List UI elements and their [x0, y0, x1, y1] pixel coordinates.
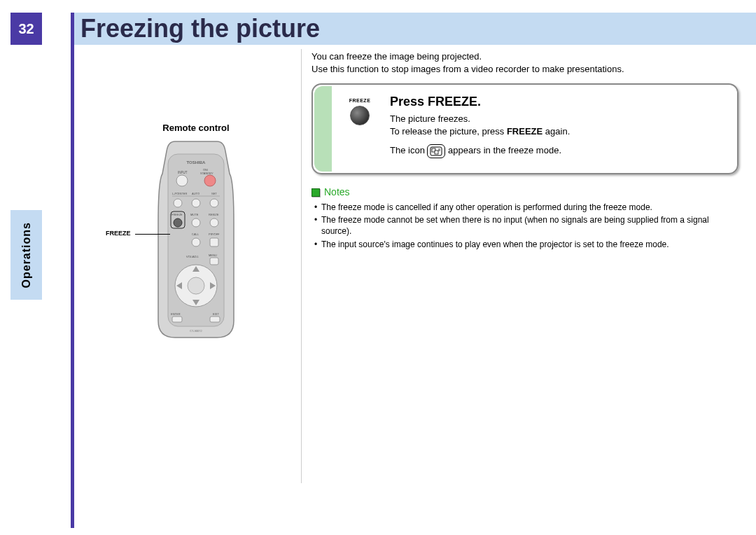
- svg-rect-32: [172, 317, 182, 322]
- svg-rect-33: [210, 317, 220, 322]
- intro-text: You can freeze the image being projected…: [312, 50, 738, 75]
- svg-rect-37: [435, 151, 438, 154]
- instruction-accent: [314, 86, 332, 172]
- note-item: The freeze mode is cancelled if any othe…: [314, 202, 738, 213]
- svg-rect-24: [210, 238, 218, 246]
- svg-point-13: [210, 199, 218, 207]
- instruction-line: The picture freezes.: [390, 113, 727, 125]
- svg-point-23: [192, 238, 200, 246]
- svg-text:AUTO: AUTO: [192, 192, 200, 195]
- remote-control-label: Remote control: [102, 123, 290, 133]
- page-number: 32: [10, 13, 42, 45]
- notes-title: Notes: [324, 186, 350, 199]
- right-column: You can freeze the image being projected…: [312, 50, 738, 251]
- freeze-key-label: FREEZE: [346, 97, 373, 104]
- svg-text:MUTE: MUTE: [190, 213, 199, 216]
- svg-point-12: [192, 199, 200, 207]
- column-divider: [301, 49, 302, 483]
- svg-text:TOSHIBA: TOSHIBA: [187, 160, 206, 165]
- svg-rect-26: [210, 258, 218, 265]
- svg-text:RESIZE: RESIZE: [209, 213, 219, 216]
- svg-point-19: [210, 218, 218, 227]
- intro-line: Use this function to stop images from a …: [312, 63, 738, 76]
- notes-bullet-icon: [312, 188, 320, 197]
- svg-point-17: [174, 218, 182, 227]
- left-vertical-rule: [71, 45, 74, 528]
- svg-text:PIP/OFF: PIP/OFF: [209, 232, 220, 236]
- intro-line: You can freeze the image being projected…: [312, 50, 738, 63]
- svg-text:CALL: CALL: [192, 232, 200, 236]
- svg-point-11: [174, 199, 182, 207]
- header-spacer: [42, 13, 74, 45]
- freeze-callout-label: FREEZE: [106, 230, 131, 237]
- svg-text:ENTER: ENTER: [171, 312, 181, 316]
- svg-text:VOL/ADJ.: VOL/ADJ.: [186, 255, 199, 258]
- svg-point-3: [176, 175, 188, 186]
- header-purple-strip: [71, 13, 74, 45]
- note-item: The freeze mode cannot be set when there…: [314, 214, 738, 237]
- instruction-line: To release the picture, press FREEZE aga…: [390, 125, 727, 138]
- svg-text:SET: SET: [211, 192, 217, 195]
- svg-point-29: [188, 277, 204, 294]
- notes-list: The freeze mode is cancelled if any othe…: [314, 202, 738, 250]
- instruction-icon-line: The icon appears in the freeze mode.: [390, 144, 727, 158]
- svg-point-18: [192, 218, 200, 227]
- section-tab: Operations: [10, 210, 42, 300]
- svg-point-6: [204, 175, 216, 186]
- section-tab-label: Operations: [20, 222, 33, 288]
- instruction-box: FREEZE Press FREEZE. The picture freezes…: [312, 83, 738, 174]
- svg-text:STANDBY: STANDBY: [200, 172, 214, 175]
- svg-text:L-POINTER: L-POINTER: [172, 192, 187, 195]
- svg-text:MENU: MENU: [209, 253, 217, 257]
- left-column: Remote control FREEZE TOSHIBA INPUT ON/ …: [102, 123, 290, 342]
- page-title: Freezing the picture: [80, 13, 320, 45]
- notes-header: Notes: [312, 186, 738, 199]
- freeze-mode-icon: [427, 144, 445, 158]
- freeze-callout-line: [135, 234, 170, 235]
- remote-diagram: FREEZE TOSHIBA INPUT ON/ STANDBY L-POINT…: [102, 139, 290, 342]
- instruction-title: Press FREEZE.: [390, 93, 727, 110]
- note-item: The input source's image continues to pl…: [314, 239, 738, 250]
- freeze-button-icon: [350, 106, 370, 125]
- svg-text:INPUT: INPUT: [178, 171, 188, 174]
- svg-text:FREEZE: FREEZE: [172, 213, 183, 216]
- instruction-body: The picture freezes. To release the pict…: [390, 113, 727, 158]
- freeze-key-icon: FREEZE: [346, 97, 373, 125]
- svg-text:EXIT: EXIT: [213, 312, 219, 316]
- remote-control-icon: TOSHIBA INPUT ON/ STANDBY L-POINTER AUTO…: [154, 139, 238, 342]
- svg-text:CT-90072: CT-90072: [190, 329, 202, 333]
